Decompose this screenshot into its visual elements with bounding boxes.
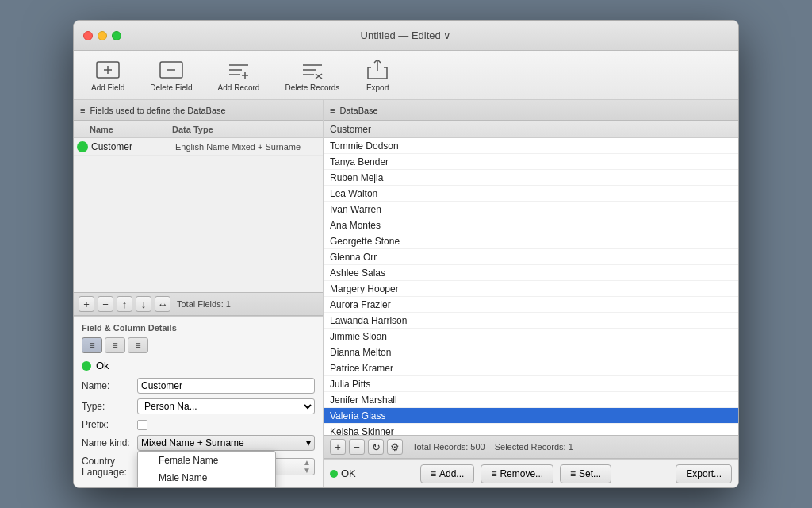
db-list-item[interactable]: Georgette Stone <box>324 233 738 249</box>
add-record-icon <box>226 59 251 81</box>
remove-action-button[interactable]: ≡ Remove... <box>481 464 553 483</box>
db-list-item[interactable]: Tanya Bender <box>324 154 738 170</box>
format-right-button[interactable]: ≡ <box>128 337 148 353</box>
add-field-small-button[interactable]: + <box>79 296 94 312</box>
db-header: ≡ DataBase <box>324 100 738 121</box>
db-list-item[interactable]: Ashlee Salas <box>324 265 738 281</box>
db-list-item[interactable]: Ana Montes <box>324 217 738 233</box>
add-icon: ≡ <box>431 468 436 479</box>
db-list-item[interactable]: Keisha Skinner <box>324 424 738 435</box>
delete-field-button[interactable]: Delete Field <box>145 56 197 95</box>
move-up-button[interactable]: ↑ <box>117 296 132 312</box>
db-list-item[interactable]: Jimmie Sloan <box>324 329 738 344</box>
db-remove-button[interactable]: − <box>349 439 365 455</box>
set-action-button[interactable]: ≡ Set... <box>560 464 611 483</box>
fields-count: Total Fields: 1 <box>177 299 231 309</box>
db-list-item[interactable]: Ivan Warren <box>324 202 738 217</box>
main-content: ≡ Fields used to define the DataBase Nam… <box>74 100 738 487</box>
remove-field-small-button[interactable]: − <box>98 296 113 312</box>
export-label: Export <box>366 83 389 92</box>
format-toolbar: ≡ ≡ ≡ <box>82 337 315 353</box>
fields-panel-title: Fields used to define the DataBase <box>90 106 225 115</box>
country-label: Country Language: <box>82 456 137 478</box>
delete-field-label: Delete Field <box>150 83 192 92</box>
db-list-item[interactable]: Tommie Dodson <box>324 138 738 154</box>
prefix-checkbox[interactable] <box>137 420 147 430</box>
db-total-records: Total Records: 500 <box>412 442 485 452</box>
namekind-value: Mixed Name + Surname <box>141 437 244 448</box>
format-center-button[interactable]: ≡ <box>105 337 125 353</box>
prefix-label: Prefix: <box>82 419 137 430</box>
db-list-item[interactable]: Patrice Kramer <box>324 360 738 376</box>
country-stepper-icon: ▲▼ <box>303 459 311 475</box>
type-select[interactable]: Person Na... <box>137 398 315 414</box>
namekind-option-label-0: Female Name <box>159 455 218 466</box>
add-record-button[interactable]: Add Record <box>213 56 265 95</box>
maximize-button[interactable] <box>112 31 121 40</box>
ok-button[interactable]: OK <box>330 468 356 479</box>
db-refresh-button[interactable]: ↻ <box>368 439 384 455</box>
name-input[interactable] <box>137 378 315 394</box>
options-button[interactable]: ↔ <box>155 296 170 312</box>
db-action-bar: OK ≡ Add... ≡ Remove... ≡ Set... Export. <box>324 459 738 487</box>
db-list-item[interactable]: Lea Walton <box>324 186 738 202</box>
db-list[interactable]: Tommie DodsonTanya BenderRuben MejiaLea … <box>324 138 738 435</box>
db-list-item[interactable]: Margery Hooper <box>324 281 738 297</box>
export-button[interactable]: Export <box>360 56 395 95</box>
status-row: Ok <box>82 360 315 371</box>
namekind-button[interactable]: Mixed Name + Surname ▾ <box>137 435 315 451</box>
db-header-icon: ≡ <box>330 106 335 115</box>
db-add-button[interactable]: + <box>330 439 346 455</box>
export-action-label: Export... <box>686 468 722 479</box>
field-name: Customer <box>91 141 175 152</box>
fields-panel-icon: ≡ <box>80 106 85 115</box>
type-label: Type: <box>82 401 137 412</box>
col-type-header: Data Type <box>172 125 320 134</box>
db-settings-button[interactable]: ⚙ <box>387 439 403 455</box>
delete-field-icon <box>159 59 184 81</box>
add-action-button[interactable]: ≡ Add... <box>420 464 474 483</box>
format-left-button[interactable]: ≡ <box>82 337 102 353</box>
field-status-indicator <box>77 141 88 152</box>
export-icon <box>365 59 390 81</box>
toolbar: Add Field Delete Field Add <box>74 51 738 100</box>
db-list-item[interactable]: Jenifer Marshall <box>324 392 738 408</box>
remove-icon: ≡ <box>491 468 496 479</box>
add-field-button[interactable]: Add Field <box>86 56 129 95</box>
db-list-item[interactable]: Valeria Glass <box>324 408 738 424</box>
namekind-option-female-name[interactable]: Female Name <box>138 452 275 469</box>
fields-panel-header: ≡ Fields used to define the DataBase <box>74 100 323 121</box>
db-list-item[interactable]: Lawanda Harrison <box>324 313 738 329</box>
add-action-label: Add... <box>439 468 464 479</box>
db-header-title: DataBase <box>339 106 377 115</box>
ok-status-dot <box>330 470 338 478</box>
namekind-dropdown-menu: Female Name Male Name Mixed Name <box>137 451 276 487</box>
delete-records-button[interactable]: Delete Records <box>280 56 344 95</box>
namekind-option-male-name[interactable]: Male Name <box>138 469 275 487</box>
db-list-item[interactable]: Julia Pitts <box>324 376 738 392</box>
db-list-item[interactable]: Aurora Frazier <box>324 297 738 313</box>
prefix-row: Prefix: <box>82 419 315 430</box>
name-label: Name: <box>82 380 137 391</box>
name-row: Name: <box>82 378 315 394</box>
add-record-label: Add Record <box>218 83 260 92</box>
set-action-label: Set... <box>579 468 601 479</box>
close-button[interactable] <box>83 31 93 40</box>
db-list-item[interactable]: Glenna Orr <box>324 249 738 265</box>
ok-label: OK <box>341 468 356 479</box>
db-list-item[interactable]: Dianna Melton <box>324 344 738 360</box>
namekind-option-mixed-name[interactable]: Mixed Name <box>138 487 275 487</box>
titlebar: Untitled — Edited ∨ <box>74 21 738 51</box>
minimize-button[interactable] <box>98 31 107 40</box>
delete-records-label: Delete Records <box>285 83 339 92</box>
db-column-header: Customer <box>324 121 738 138</box>
field-details-header: Field & Column Details <box>82 323 315 333</box>
db-list-item[interactable]: Ruben Mejia <box>324 170 738 186</box>
field-details-panel: Field & Column Details ≡ ≡ ≡ Ok Name: Ty… <box>74 316 323 487</box>
field-row[interactable]: Customer English Name Mixed + Surname <box>74 138 323 156</box>
export-action-button[interactable]: Export... <box>676 464 732 483</box>
field-type: English Name Mixed + Surname <box>175 142 320 152</box>
traffic-lights <box>83 31 121 40</box>
type-row: Type: Person Na... <box>82 398 315 414</box>
move-down-button[interactable]: ↓ <box>136 296 151 312</box>
